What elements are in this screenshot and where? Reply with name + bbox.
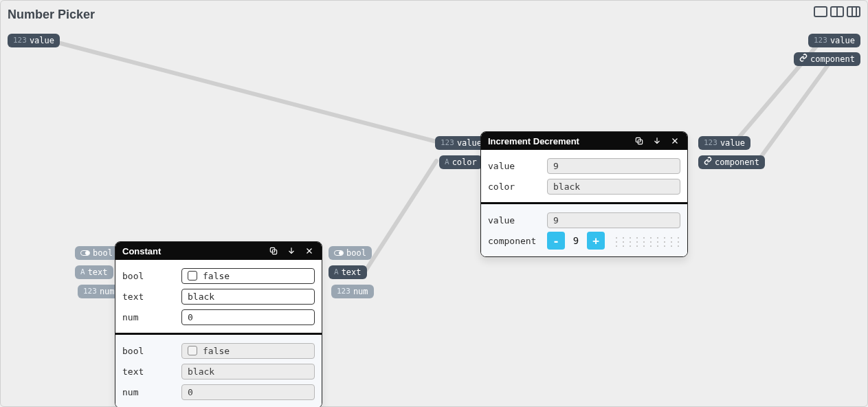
layout-toggles [814, 6, 860, 17]
port-out-value-top-left[interactable]: 123 value [8, 34, 60, 47]
output-row-value: value [488, 211, 680, 229]
svg-line-3 [756, 59, 832, 164]
increment-button[interactable]: + [587, 232, 605, 250]
port-label: value [457, 138, 482, 148]
type-text-icon: A [445, 157, 449, 168]
port-label: component [810, 54, 855, 65]
svg-line-1 [365, 161, 436, 272]
node-outputs: bool false text num [115, 335, 322, 407]
port-label: component [715, 157, 759, 168]
node-title: Increment Decrement [488, 136, 628, 146]
svg-line-0 [47, 40, 436, 142]
value-field [547, 158, 680, 174]
port-label: color [452, 157, 477, 168]
arrow-down-icon[interactable] [286, 245, 297, 256]
port-in-value-id[interactable]: 123 value [435, 136, 487, 150]
port-label: bool [346, 248, 366, 258]
num-output [181, 384, 315, 400]
text-output [181, 364, 315, 380]
port-label: text [88, 267, 108, 278]
port-label: bool [93, 248, 113, 258]
row-label: text [122, 292, 175, 302]
text-field[interactable] [181, 289, 315, 305]
component-output: - 9 + [547, 232, 680, 250]
port-label: num [353, 286, 368, 297]
decrement-button[interactable]: - [547, 232, 565, 250]
copy-icon[interactable] [634, 135, 645, 146]
node-increment-decrement[interactable]: Increment Decrement value color value [480, 131, 688, 257]
page-title: Number Picker [8, 8, 95, 22]
node-titlebar[interactable]: Constant [115, 242, 322, 260]
node-title: Constant [122, 246, 263, 256]
row-label: num [122, 312, 175, 322]
type-number-icon: 123 [337, 286, 350, 297]
row-label: value [488, 215, 540, 226]
close-icon[interactable] [304, 245, 315, 256]
input-row-num: num [122, 308, 315, 326]
node-inputs: bool false text num [115, 260, 322, 335]
port-out-bool-constant[interactable]: bool [329, 246, 372, 260]
port-in-value-top-right[interactable]: 123 value [808, 34, 860, 47]
port-out-component-id[interactable]: component [698, 155, 765, 169]
checkbox-icon[interactable] [188, 271, 197, 280]
bool-output-value: false [203, 346, 230, 356]
close-icon[interactable] [669, 135, 680, 146]
type-text-icon: A [80, 267, 85, 278]
row-label: color [488, 182, 540, 192]
port-label: value [720, 138, 745, 148]
type-number-icon: 123 [704, 138, 717, 148]
arrow-down-icon[interactable] [652, 135, 663, 146]
input-row-value: value [488, 157, 680, 175]
output-row-component: component - 9 + [488, 232, 680, 250]
port-in-component-top-right[interactable]: component [794, 52, 860, 66]
row-label: bool [122, 271, 175, 281]
port-label: value [830, 35, 855, 46]
component-display-value: 9 [570, 235, 581, 246]
drag-dots-icon[interactable] [610, 234, 680, 247]
row-label: component [488, 236, 540, 246]
row-label: bool [122, 346, 175, 356]
type-text-icon: A [334, 267, 339, 278]
type-number-icon: 123 [83, 286, 97, 297]
bool-field[interactable]: false [181, 268, 315, 284]
bool-output: false [181, 343, 315, 359]
value-output [547, 212, 680, 228]
layout-single-icon[interactable] [814, 6, 827, 17]
port-in-color-id[interactable]: A color [439, 155, 482, 169]
layout-split-icon[interactable] [830, 6, 844, 17]
input-row-text: text [122, 287, 315, 305]
color-field [547, 179, 680, 195]
port-out-text-constant[interactable]: A text [329, 265, 367, 279]
toggle-icon [334, 248, 344, 258]
port-in-text-constant[interactable]: A text [75, 265, 113, 279]
output-row-text: text [122, 362, 315, 380]
link-icon [799, 54, 808, 65]
port-label: num [100, 286, 115, 297]
copy-icon[interactable] [268, 245, 279, 256]
node-title-actions [634, 135, 680, 146]
layout-triple-icon[interactable] [847, 6, 860, 17]
type-number-icon: 123 [13, 35, 27, 46]
output-row-num: num [122, 383, 315, 401]
toggle-icon [80, 248, 90, 258]
node-title-actions [268, 245, 315, 256]
port-out-value-id[interactable]: 123 value [698, 136, 750, 150]
input-row-color: color [488, 177, 680, 195]
port-in-num-constant[interactable]: 123 num [78, 285, 120, 298]
link-icon [704, 157, 712, 168]
port-out-num-constant[interactable]: 123 num [331, 285, 374, 298]
type-number-icon: 123 [441, 138, 454, 148]
row-label: value [488, 161, 540, 171]
type-number-icon: 123 [814, 35, 827, 46]
node-inputs: value color [481, 150, 687, 204]
node-titlebar[interactable]: Increment Decrement [481, 132, 687, 150]
bool-value: false [203, 271, 230, 281]
port-in-bool-constant[interactable]: bool [75, 246, 118, 260]
port-label: value [30, 35, 54, 46]
node-outputs: value component - 9 + [481, 204, 687, 256]
canvas[interactable]: Number Picker 123 value 123 value compon… [0, 0, 868, 407]
checkbox-icon [188, 346, 197, 355]
node-constant[interactable]: Constant bool false text [115, 241, 322, 407]
row-label: text [122, 366, 175, 377]
num-field[interactable] [181, 309, 315, 325]
